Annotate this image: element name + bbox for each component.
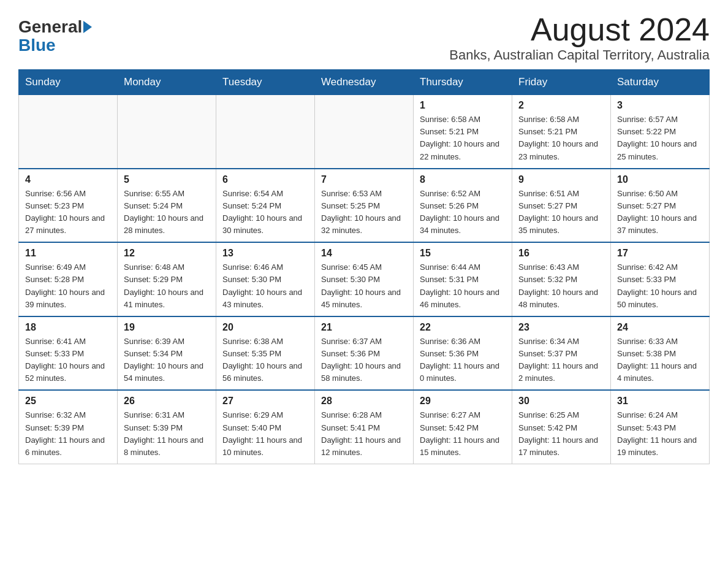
day-info: Sunrise: 6:29 AM Sunset: 5:40 PM Dayligh…	[222, 409, 308, 459]
day-info: Sunrise: 6:50 AM Sunset: 5:27 PM Dayligh…	[617, 188, 703, 237]
calendar-header-tuesday: Tuesday	[216, 70, 315, 95]
day-number: 14	[321, 248, 407, 259]
calendar-cell: 2Sunrise: 6:58 AM Sunset: 5:21 PM Daylig…	[512, 95, 611, 169]
calendar-cell: 27Sunrise: 6:29 AM Sunset: 5:40 PM Dayli…	[216, 390, 315, 464]
calendar-cell: 26Sunrise: 6:31 AM Sunset: 5:39 PM Dayli…	[118, 390, 216, 464]
calendar-cell	[315, 95, 414, 169]
calendar-header-sunday: Sunday	[19, 70, 118, 95]
day-number: 15	[420, 248, 506, 259]
day-number: 24	[617, 322, 703, 333]
calendar-cell: 14Sunrise: 6:45 AM Sunset: 5:30 PM Dayli…	[315, 242, 414, 316]
day-info: Sunrise: 6:34 AM Sunset: 5:37 PM Dayligh…	[518, 335, 604, 385]
location-title: Banks, Australian Capital Territory, Aus…	[449, 47, 710, 63]
day-number: 19	[124, 322, 210, 333]
calendar-cell: 11Sunrise: 6:49 AM Sunset: 5:28 PM Dayli…	[19, 242, 118, 316]
day-info: Sunrise: 6:58 AM Sunset: 5:21 PM Dayligh…	[518, 113, 604, 163]
header: General Blue August 2024 Banks, Australi…	[18, 12, 710, 63]
calendar-header-monday: Monday	[118, 70, 216, 95]
logo: General Blue	[18, 18, 92, 55]
title-area: August 2024 Banks, Australian Capital Te…	[449, 12, 710, 63]
day-info: Sunrise: 6:52 AM Sunset: 5:26 PM Dayligh…	[420, 188, 506, 237]
calendar-header-wednesday: Wednesday	[315, 70, 414, 95]
day-number: 31	[617, 396, 703, 407]
calendar-header-saturday: Saturday	[611, 70, 710, 95]
calendar-cell: 22Sunrise: 6:36 AM Sunset: 5:36 PM Dayli…	[414, 316, 512, 391]
day-number: 11	[25, 248, 111, 259]
day-info: Sunrise: 6:56 AM Sunset: 5:23 PM Dayligh…	[25, 188, 111, 237]
day-number: 9	[518, 174, 604, 185]
day-info: Sunrise: 6:32 AM Sunset: 5:39 PM Dayligh…	[25, 409, 111, 459]
calendar-cell	[216, 95, 315, 169]
day-number: 12	[124, 248, 210, 259]
day-info: Sunrise: 6:49 AM Sunset: 5:28 PM Dayligh…	[25, 261, 111, 311]
calendar-cell: 28Sunrise: 6:28 AM Sunset: 5:41 PM Dayli…	[315, 390, 414, 464]
day-info: Sunrise: 6:36 AM Sunset: 5:36 PM Dayligh…	[420, 335, 506, 385]
calendar-cell: 15Sunrise: 6:44 AM Sunset: 5:31 PM Dayli…	[414, 242, 512, 316]
day-number: 8	[420, 174, 506, 185]
day-info: Sunrise: 6:46 AM Sunset: 5:30 PM Dayligh…	[222, 261, 308, 311]
day-info: Sunrise: 6:42 AM Sunset: 5:33 PM Dayligh…	[617, 261, 703, 311]
calendar-cell: 6Sunrise: 6:54 AM Sunset: 5:24 PM Daylig…	[216, 169, 315, 243]
day-info: Sunrise: 6:38 AM Sunset: 5:35 PM Dayligh…	[222, 335, 308, 385]
logo-general: General	[18, 18, 82, 36]
day-info: Sunrise: 6:51 AM Sunset: 5:27 PM Dayligh…	[518, 188, 604, 237]
calendar-week-row: 1Sunrise: 6:58 AM Sunset: 5:21 PM Daylig…	[19, 95, 710, 169]
logo-arrow-icon	[83, 21, 92, 33]
day-number: 5	[124, 174, 210, 185]
month-title: August 2024	[449, 12, 710, 47]
calendar-cell: 19Sunrise: 6:39 AM Sunset: 5:34 PM Dayli…	[118, 316, 216, 391]
day-number: 16	[518, 248, 604, 259]
calendar-cell: 3Sunrise: 6:57 AM Sunset: 5:22 PM Daylig…	[611, 95, 710, 169]
calendar-cell: 5Sunrise: 6:55 AM Sunset: 5:24 PM Daylig…	[118, 169, 216, 243]
calendar-week-row: 11Sunrise: 6:49 AM Sunset: 5:28 PM Dayli…	[19, 242, 710, 316]
day-info: Sunrise: 6:54 AM Sunset: 5:24 PM Dayligh…	[222, 188, 308, 237]
calendar-week-row: 25Sunrise: 6:32 AM Sunset: 5:39 PM Dayli…	[19, 390, 710, 464]
calendar-cell	[118, 95, 216, 169]
day-info: Sunrise: 6:33 AM Sunset: 5:38 PM Dayligh…	[617, 335, 703, 385]
day-info: Sunrise: 6:57 AM Sunset: 5:22 PM Dayligh…	[617, 113, 703, 163]
calendar-cell: 12Sunrise: 6:48 AM Sunset: 5:29 PM Dayli…	[118, 242, 216, 316]
calendar-cell: 29Sunrise: 6:27 AM Sunset: 5:42 PM Dayli…	[414, 390, 512, 464]
day-info: Sunrise: 6:39 AM Sunset: 5:34 PM Dayligh…	[124, 335, 210, 385]
calendar-cell: 25Sunrise: 6:32 AM Sunset: 5:39 PM Dayli…	[19, 390, 118, 464]
calendar-cell: 24Sunrise: 6:33 AM Sunset: 5:38 PM Dayli…	[611, 316, 710, 391]
calendar-cell: 4Sunrise: 6:56 AM Sunset: 5:23 PM Daylig…	[19, 169, 118, 243]
calendar-cell: 30Sunrise: 6:25 AM Sunset: 5:42 PM Dayli…	[512, 390, 611, 464]
day-info: Sunrise: 6:58 AM Sunset: 5:21 PM Dayligh…	[420, 113, 506, 163]
day-info: Sunrise: 6:53 AM Sunset: 5:25 PM Dayligh…	[321, 188, 407, 237]
day-number: 26	[124, 396, 210, 407]
logo-blue: Blue	[18, 36, 56, 55]
day-number: 2	[518, 100, 604, 111]
day-number: 3	[617, 100, 703, 111]
day-info: Sunrise: 6:37 AM Sunset: 5:36 PM Dayligh…	[321, 335, 407, 385]
calendar-header-row: SundayMondayTuesdayWednesdayThursdayFrid…	[19, 70, 710, 95]
calendar-cell: 23Sunrise: 6:34 AM Sunset: 5:37 PM Dayli…	[512, 316, 611, 391]
day-number: 23	[518, 322, 604, 333]
calendar-cell: 7Sunrise: 6:53 AM Sunset: 5:25 PM Daylig…	[315, 169, 414, 243]
calendar-cell: 1Sunrise: 6:58 AM Sunset: 5:21 PM Daylig…	[414, 95, 512, 169]
calendar-cell: 16Sunrise: 6:43 AM Sunset: 5:32 PM Dayli…	[512, 242, 611, 316]
day-number: 20	[222, 322, 308, 333]
day-number: 6	[222, 174, 308, 185]
day-info: Sunrise: 6:31 AM Sunset: 5:39 PM Dayligh…	[124, 409, 210, 459]
day-number: 10	[617, 174, 703, 185]
day-number: 7	[321, 174, 407, 185]
calendar-week-row: 18Sunrise: 6:41 AM Sunset: 5:33 PM Dayli…	[19, 316, 710, 391]
day-number: 18	[25, 322, 111, 333]
day-number: 28	[321, 396, 407, 407]
day-info: Sunrise: 6:45 AM Sunset: 5:30 PM Dayligh…	[321, 261, 407, 311]
day-info: Sunrise: 6:25 AM Sunset: 5:42 PM Dayligh…	[518, 409, 604, 459]
day-number: 25	[25, 396, 111, 407]
day-info: Sunrise: 6:27 AM Sunset: 5:42 PM Dayligh…	[420, 409, 506, 459]
calendar-cell: 8Sunrise: 6:52 AM Sunset: 5:26 PM Daylig…	[414, 169, 512, 243]
day-number: 1	[420, 100, 506, 111]
day-number: 17	[617, 248, 703, 259]
calendar-cell: 18Sunrise: 6:41 AM Sunset: 5:33 PM Dayli…	[19, 316, 118, 391]
day-info: Sunrise: 6:44 AM Sunset: 5:31 PM Dayligh…	[420, 261, 506, 311]
calendar-table: SundayMondayTuesdayWednesdayThursdayFrid…	[18, 69, 710, 464]
day-info: Sunrise: 6:41 AM Sunset: 5:33 PM Dayligh…	[25, 335, 111, 385]
calendar-cell: 13Sunrise: 6:46 AM Sunset: 5:30 PM Dayli…	[216, 242, 315, 316]
day-info: Sunrise: 6:28 AM Sunset: 5:41 PM Dayligh…	[321, 409, 407, 459]
day-info: Sunrise: 6:48 AM Sunset: 5:29 PM Dayligh…	[124, 261, 210, 311]
day-number: 21	[321, 322, 407, 333]
